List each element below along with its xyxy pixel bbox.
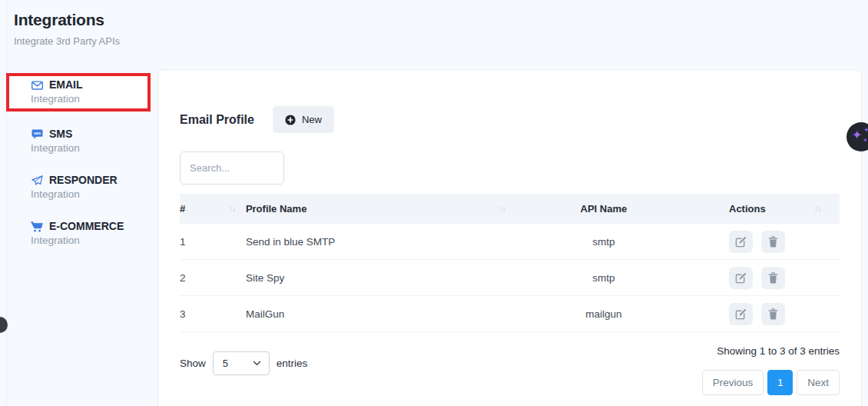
sidebar-item-email-row: EMAIL (31, 78, 147, 92)
plus-circle-icon (285, 115, 296, 125)
new-profile-button[interactable]: New (273, 106, 334, 133)
edit-icon (735, 236, 747, 248)
entries-label: entries (277, 358, 308, 369)
profile-name-cell: Send in blue SMTP (246, 236, 513, 248)
edit-icon (735, 272, 747, 284)
api-name-cell: smtp (513, 272, 694, 284)
column-header-actions[interactable]: Actions ↑↓ (694, 203, 840, 215)
actions-cell (694, 303, 840, 325)
page-size-control: Show 5 entries (180, 351, 307, 375)
column-label: # (180, 203, 185, 215)
column-header-api-name: API Name (513, 203, 694, 215)
search-input[interactable] (180, 151, 284, 185)
card-header: Email Profile New (180, 106, 840, 133)
sidebar-item-sublabel: Integration (31, 235, 157, 247)
sidebar-item-responder[interactable]: RESPONDER Integration (6, 169, 157, 205)
content-area: EMAIL Integration SMS SMS Integration RE… (6, 69, 862, 406)
column-label: API Name (581, 203, 628, 215)
page-size-value: 5 (223, 358, 228, 369)
edit-icon (735, 308, 747, 320)
sort-icon: ↑↓ (814, 205, 820, 213)
api-name-cell: smtp (513, 236, 694, 248)
sidebar-item-ecommerce-row: E-COMMERCE (31, 220, 157, 233)
sort-icon: ↑↓ (499, 205, 505, 213)
sidebar-item-sublabel: Integration (31, 93, 147, 105)
show-label: Show (180, 358, 206, 369)
sidebar-item-label: RESPONDER (49, 174, 118, 187)
column-header-profile-name[interactable]: Profile Name ↑↓ (246, 203, 513, 215)
delete-button[interactable] (761, 231, 785, 253)
trash-icon (768, 308, 778, 320)
table-row: 1 Send in blue SMTP smtp (180, 224, 840, 260)
sidebar-item-label: E-COMMERCE (49, 220, 124, 233)
next-page-button[interactable]: Next (797, 370, 840, 395)
edit-button[interactable] (729, 267, 753, 289)
actions-cell (694, 231, 840, 253)
actions-cell (694, 267, 840, 289)
previous-page-button[interactable]: Previous (702, 370, 764, 395)
page-size-select[interactable]: 5 (213, 351, 270, 375)
trash-icon (768, 272, 778, 284)
paper-plane-icon (31, 175, 43, 185)
api-name-cell: mailgun (513, 308, 694, 320)
table-row: 2 Site Spy smtp (180, 260, 840, 296)
column-label: Profile Name (246, 203, 306, 215)
page-1-button[interactable]: 1 (767, 370, 793, 395)
row-number: 3 (180, 308, 246, 320)
footer-right: Showing 1 to 3 of 3 entries Previous 1 N… (702, 345, 840, 395)
edit-button[interactable] (729, 303, 753, 325)
chevron-down-icon (253, 361, 261, 366)
sidebar-item-label: EMAIL (49, 78, 83, 92)
trash-icon (768, 236, 778, 248)
row-number: 2 (180, 272, 246, 284)
sidebar-item-email[interactable]: EMAIL Integration (6, 73, 151, 111)
table-footer: Show 5 entries Showing 1 to 3 of 3 entri… (180, 345, 840, 395)
column-header-num[interactable]: # ↑↓ (180, 203, 246, 215)
showing-entries-info: Showing 1 to 3 of 3 entries (717, 345, 840, 357)
sidebar-item-label: SMS (49, 128, 72, 141)
card-title: Email Profile (180, 113, 254, 127)
sidebar-item-sms[interactable]: SMS SMS Integration (6, 123, 157, 159)
sparkle-icon: ✦ (863, 138, 868, 144)
page-title: Integrations (14, 11, 120, 29)
sidebar-item-responder-row: RESPONDER (31, 174, 157, 187)
svg-text:SMS: SMS (34, 131, 41, 135)
profile-name-cell: MailGun (246, 308, 513, 320)
table-header-row: # ↑↓ Profile Name ↑↓ API Name Actions ↑↓ (180, 194, 840, 224)
sms-bubble-icon: SMS (31, 129, 43, 140)
sparkle-icon: ✦ (863, 127, 868, 134)
sparkle-icon: ✦ (852, 129, 862, 141)
delete-button[interactable] (761, 267, 785, 289)
delete-button[interactable] (761, 303, 785, 325)
table-row: 3 MailGun mailgun (180, 296, 840, 332)
column-label: Actions (729, 203, 766, 215)
page-header: Integrations Integrate 3rd Party APIs (14, 11, 120, 47)
edit-button[interactable] (729, 231, 753, 253)
sidebar-item-sublabel: Integration (31, 188, 157, 201)
profile-name-cell: Site Spy (246, 272, 513, 284)
new-button-label: New (302, 114, 322, 125)
shopping-cart-icon (31, 221, 43, 232)
integrations-sidebar: EMAIL Integration SMS SMS Integration RE… (6, 69, 157, 406)
sidebar-item-ecommerce[interactable]: E-COMMERCE Integration (6, 215, 157, 251)
pagination: Previous 1 Next (702, 370, 840, 395)
row-number: 1 (180, 236, 246, 248)
profiles-table: # ↑↓ Profile Name ↑↓ API Name Actions ↑↓… (180, 194, 840, 332)
sidebar-item-sublabel: Integration (31, 142, 157, 155)
page-subtitle: Integrate 3rd Party APIs (14, 35, 120, 47)
sidebar-item-sms-row: SMS SMS (31, 128, 157, 141)
email-profile-card: Email Profile New # ↑↓ Profile Name ↑↓ (157, 69, 862, 406)
sort-icon: ↑↓ (229, 205, 235, 213)
envelope-icon (31, 81, 43, 90)
